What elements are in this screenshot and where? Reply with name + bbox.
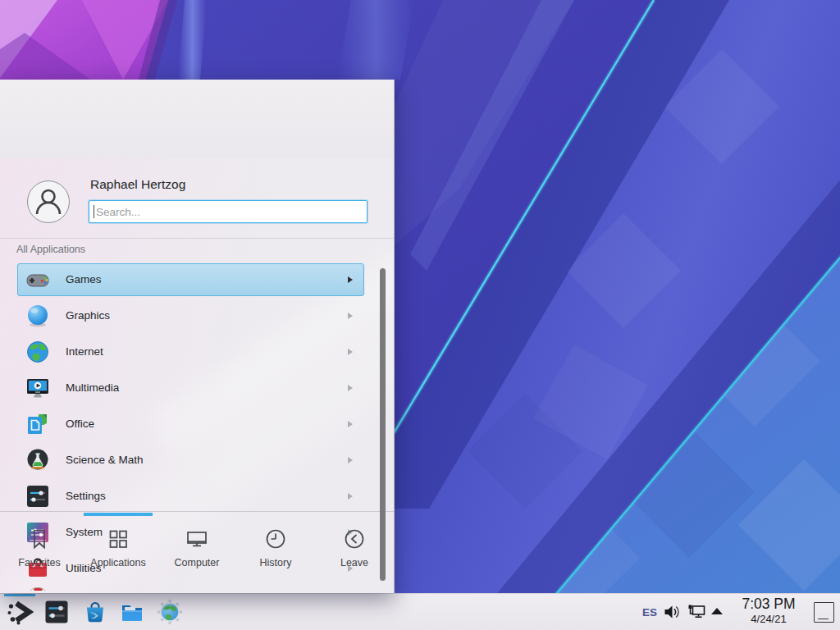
tab-favorites[interactable]: Favorites xyxy=(0,517,79,591)
games-icon xyxy=(25,267,51,293)
multimedia-icon xyxy=(25,375,51,401)
category-label: Internet xyxy=(66,345,103,358)
category-games[interactable]: Games xyxy=(17,263,364,296)
tab-label: Favorites xyxy=(0,557,79,568)
category-graphics[interactable]: Graphics xyxy=(17,299,364,332)
category-label: Science & Math xyxy=(66,454,144,466)
tab-label: Applications xyxy=(79,557,158,568)
konqueror-icon[interactable] xyxy=(157,599,183,625)
applications-icon xyxy=(106,527,130,551)
system-settings-icon[interactable] xyxy=(43,599,70,625)
keyboard-layout-indicator[interactable]: ES xyxy=(639,600,660,624)
menu-header xyxy=(0,80,394,158)
category-internet[interactable]: Internet xyxy=(17,336,364,368)
category-label: Settings xyxy=(66,490,106,502)
tab-computer[interactable]: Computer xyxy=(158,517,236,591)
submenu-arrow-icon xyxy=(348,385,353,391)
kickoff-launcher-icon[interactable] xyxy=(6,598,34,626)
category-label: Graphics xyxy=(66,309,110,322)
scrollbar[interactable] xyxy=(380,268,386,581)
section-label: All Applications xyxy=(16,244,85,255)
history-icon xyxy=(263,527,288,551)
tab-label: Computer xyxy=(158,557,236,568)
graphics-icon xyxy=(25,303,51,329)
application-launcher-menu: Raphael Hertzog All Applications Games xyxy=(0,80,395,593)
tab-label: History xyxy=(236,557,315,568)
category-label: Multimedia xyxy=(66,381,119,394)
user-avatar[interactable] xyxy=(27,180,70,223)
taskbar-panel: ES 7:03 PM 4/24/21 xyxy=(0,593,840,630)
show-desktop-button[interactable] xyxy=(814,602,834,623)
submenu-arrow-icon xyxy=(348,349,353,355)
category-multimedia[interactable]: Multimedia xyxy=(17,372,364,404)
divider xyxy=(0,238,394,239)
digital-clock[interactable]: 7:03 PM 4/24/21 xyxy=(731,596,806,628)
submenu-arrow-icon xyxy=(348,493,353,500)
clock-time: 7:03 PM xyxy=(731,596,806,613)
submenu-arrow-icon xyxy=(348,421,353,427)
active-tab-indicator xyxy=(84,513,153,516)
tab-applications[interactable]: Applications xyxy=(79,517,158,591)
category-label: Office xyxy=(66,418,94,430)
leave-icon xyxy=(342,527,367,551)
submenu-arrow-icon xyxy=(348,313,353,319)
submenu-arrow-icon xyxy=(348,457,353,463)
network-icon[interactable] xyxy=(687,603,707,624)
user-name: Raphael Hertzog xyxy=(90,177,185,192)
show-desktop-glyph xyxy=(818,619,829,619)
expand-tray-icon[interactable] xyxy=(711,608,723,614)
category-office[interactable]: Office xyxy=(17,408,364,441)
search-field[interactable] xyxy=(89,200,368,223)
science-icon xyxy=(25,447,51,473)
category-science[interactable]: Science & Math xyxy=(17,444,364,477)
volume-icon[interactable] xyxy=(663,603,681,624)
favorites-icon xyxy=(27,527,52,551)
category-settings[interactable]: Settings xyxy=(17,480,364,513)
menu-tab-bar: Favorites Applications Computer xyxy=(0,517,394,593)
internet-icon xyxy=(25,339,51,365)
discover-icon[interactable] xyxy=(82,599,108,625)
active-task-indicator xyxy=(4,594,35,596)
category-label: Games xyxy=(66,273,102,285)
tab-history[interactable]: History xyxy=(236,517,315,591)
dolphin-icon[interactable] xyxy=(119,599,145,625)
divider xyxy=(0,511,394,512)
office-icon xyxy=(25,411,51,437)
user-icon xyxy=(28,181,69,222)
submenu-arrow-icon xyxy=(348,276,353,283)
computer-icon xyxy=(185,527,209,551)
settings-icon xyxy=(25,483,51,509)
search-input[interactable] xyxy=(94,202,360,221)
clock-date: 4/24/21 xyxy=(731,613,806,626)
